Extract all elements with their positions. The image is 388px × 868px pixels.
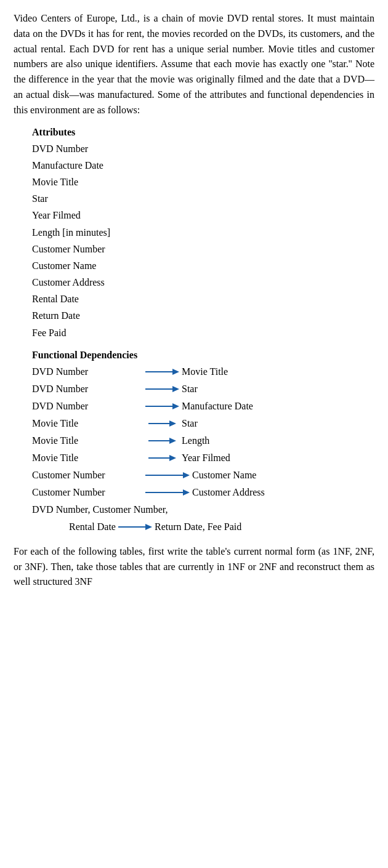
- fd-left-term: Customer Number: [32, 484, 143, 501]
- svg-marker-1: [172, 369, 179, 375]
- fd-left-term: Movie Title: [32, 449, 143, 467]
- fd-right-term: Customer Name: [192, 467, 256, 484]
- fd-left-term: DVD Number: [32, 380, 143, 398]
- fd-row: Movie Title Star: [32, 415, 374, 432]
- fd-right-term: Return Date, Fee Paid: [155, 518, 241, 536]
- attributes-section: Attributes DVD Number Manufacture Date M…: [32, 127, 374, 341]
- fd-row: DVD Number Movie Title: [32, 363, 374, 380]
- fd-arrow-icon: [145, 436, 179, 446]
- svg-marker-17: [145, 524, 152, 530]
- fd-row: Customer Number Customer Name: [32, 467, 374, 484]
- fd-right-term: Customer Address: [192, 484, 265, 501]
- list-item: DVD Number: [32, 140, 374, 157]
- fd-left-term: DVD Number: [32, 363, 143, 380]
- svg-marker-7: [169, 420, 176, 427]
- list-item: Rental Date: [32, 291, 374, 307]
- fd-arrow-icon: [145, 488, 190, 497]
- fd-row: Movie Title Year Filmed: [32, 449, 374, 467]
- fd-right-term: Star: [182, 415, 198, 432]
- intro-paragraph: Video Centers of Europe, Ltd., is a chai…: [14, 11, 374, 118]
- list-item: Fee Paid: [32, 324, 374, 341]
- fd-arrow-icon: [145, 367, 179, 377]
- fd-row: Customer Number Customer Address: [32, 484, 374, 501]
- fd-arrow-icon: [145, 419, 179, 428]
- fd-arrow-icon: [145, 470, 190, 480]
- list-item: Length [in minutes]: [32, 224, 374, 241]
- svg-marker-9: [169, 438, 176, 444]
- fd-right-term: Star: [182, 380, 198, 398]
- attributes-title: Attributes: [32, 127, 374, 138]
- list-item: Return Date: [32, 307, 374, 324]
- list-item: Manufacture Date: [32, 157, 374, 174]
- fd-left-term: Movie Title: [32, 432, 143, 449]
- functional-dependencies-title: Functional Dependencies: [32, 350, 374, 361]
- list-item: Customer Name: [32, 257, 374, 274]
- closing-paragraph: For each of the following tables, first …: [14, 544, 374, 590]
- attributes-list: DVD Number Manufacture Date Movie Title …: [32, 140, 374, 341]
- svg-marker-3: [172, 386, 179, 392]
- list-item: Year Filmed: [32, 207, 374, 223]
- fd-left-term: Movie Title: [32, 415, 143, 432]
- list-item: Movie Title: [32, 174, 374, 190]
- functional-dependencies-section: Functional Dependencies DVD Number Movie…: [32, 350, 374, 536]
- fd-multiline-row: Rental Date Return Date, Fee Paid: [32, 518, 374, 536]
- svg-marker-11: [169, 455, 176, 461]
- list-item: Customer Address: [32, 274, 374, 291]
- fd-arrow-icon: [145, 384, 179, 394]
- fd-left-term: Rental Date: [69, 518, 116, 536]
- fd-right-term: Manufacture Date: [182, 398, 253, 415]
- fd-arrow-icon: [145, 401, 179, 411]
- fd-left-term: DVD Number: [32, 398, 143, 415]
- fd-arrow-icon: [118, 522, 152, 532]
- list-item: Star: [32, 190, 374, 207]
- fd-multiline-group: DVD Number, Customer Number, Rental Date…: [32, 501, 374, 536]
- svg-marker-15: [183, 489, 190, 496]
- svg-marker-13: [183, 472, 190, 478]
- fd-row: Movie Title Length: [32, 432, 374, 449]
- fd-multiline-left-line1: DVD Number, Customer Number,: [32, 501, 374, 518]
- svg-marker-5: [172, 403, 179, 409]
- fd-row: DVD Number Star: [32, 380, 374, 398]
- fd-arrow-icon: [145, 453, 179, 463]
- fd-right-term: Movie Title: [182, 363, 228, 380]
- fd-row: DVD Number Manufacture Date: [32, 398, 374, 415]
- list-item: Customer Number: [32, 241, 374, 257]
- fd-left-term: Customer Number: [32, 467, 143, 484]
- fd-right-term: Length: [182, 432, 209, 449]
- fd-right-term: Year Filmed: [182, 449, 230, 467]
